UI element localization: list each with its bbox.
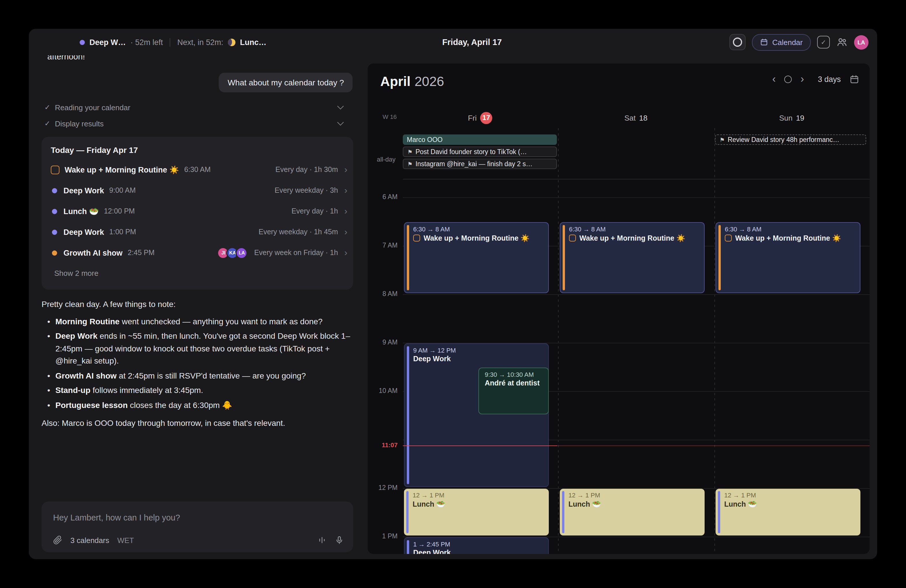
event-color-stripe (563, 225, 565, 290)
next-button[interactable]: › (801, 74, 804, 84)
event-checkbox-icon[interactable] (725, 234, 732, 242)
paperclip-icon (53, 535, 62, 545)
calendar-event[interactable]: 6:30 → 8 AMWake up + Morning Routine ☀️ (404, 222, 549, 293)
user-avatar[interactable]: LA (854, 35, 868, 49)
app-logo-icon[interactable] (729, 34, 746, 50)
top-bar-actions: Calendar ✓ LA (729, 29, 868, 56)
day-name: Sun (779, 113, 792, 122)
chat-input-card[interactable]: Hey Lambert, how can I help you? 3 calen… (41, 502, 353, 552)
chevron-right-icon[interactable]: › (344, 186, 348, 195)
app-window: Deep W… · 52m left Next, in 52m: Lunc… F… (29, 29, 877, 559)
flag-icon: ⚑ (407, 161, 413, 167)
agenda-title: Today — Friday Apr 17 (41, 137, 353, 159)
prev-button[interactable]: ‹ (772, 74, 775, 84)
todo-checkbox-icon[interactable] (51, 165, 59, 174)
agenda-item[interactable]: Growth AI show2:45 PMJIKALAEvery week on… (41, 242, 353, 263)
next-event-label: Next, in 52m: (177, 38, 223, 46)
event-title: Lunch 🥗 (413, 500, 544, 508)
tasks-button[interactable]: ✓ (817, 36, 830, 48)
check-icon: ✓ (45, 103, 50, 112)
agenda-item-recurrence: Every week on Friday · 1h (254, 249, 338, 257)
view-switcher-button[interactable] (849, 74, 859, 84)
user-message-bubble: What about my calendar today ? (219, 73, 353, 92)
bullet-bold: Growth AI show (56, 371, 116, 380)
waveform-button[interactable] (317, 535, 327, 545)
summary-bullets: •Morning Routine went unchecked — anythi… (41, 316, 353, 411)
divider (170, 38, 171, 46)
calendar-event[interactable]: 6:30 → 8 AMWake up + Morning Routine ☀️ (716, 222, 860, 293)
agenda-item[interactable]: Deep Work9:00 AMEvery weekday · 3h› (41, 180, 353, 201)
event-checkbox-icon[interactable] (413, 234, 420, 242)
calendar-icon (760, 38, 768, 46)
calendar-event[interactable]: 6:30 → 8 AMWake up + Morning Routine ☀️ (560, 222, 705, 293)
allday-event-title: Review David story 48h performanc… (728, 136, 839, 143)
event-color-stripe (407, 225, 409, 290)
agenda-item[interactable]: Deep Work1:00 PMEvery weekday · 1h 45m› (41, 221, 353, 242)
calendar-event[interactable]: 12 → 1 PMLunch 🥗 (716, 489, 860, 535)
allday-separator (403, 179, 869, 180)
current-event-title: Deep W… (89, 38, 126, 46)
summary-footnote: Also: Marco is OOO today through tomorro… (41, 417, 353, 430)
agenda-item-time: 2:45 PM (128, 249, 155, 257)
calendar-event[interactable]: 9:30 → 10:30 AMAndré at dentist (479, 368, 549, 414)
agent-step[interactable]: ✓Display results (45, 115, 353, 132)
hour-label: 1 PM (370, 532, 397, 540)
agent-step[interactable]: ✓Reading your calendar (45, 99, 353, 115)
event-color-stripe (562, 491, 565, 533)
chat-input[interactable]: Hey Lambert, how can I help you? (41, 502, 353, 522)
calendars-selector[interactable]: 3 calendars (70, 536, 109, 545)
calendar-event[interactable]: 12 → 1 PMLunch 🥗 (560, 489, 705, 535)
today-button[interactable] (784, 75, 792, 83)
event-dot-icon (52, 229, 57, 234)
bullet-bold: Portuguese lesson (56, 400, 128, 410)
calendar-view-button[interactable]: Calendar (752, 34, 811, 51)
summary-bullet: •Growth AI show at 2:45pm is still RSVP'… (41, 370, 353, 382)
avatar: LA (236, 247, 248, 259)
agenda-item[interactable]: Lunch 🥗12:00 PMEvery day · 1h› (41, 201, 353, 221)
chevron-down-icon[interactable] (337, 103, 344, 110)
bullet-dot: • (47, 399, 56, 411)
view-range-label[interactable]: 3 days (818, 75, 841, 83)
allday-event-title: Instagram @hire_kai — finish day 2 s… (415, 161, 533, 167)
chevron-down-icon[interactable] (337, 119, 344, 126)
bullet-text: Growth AI show at 2:45pm is still RSVP'd… (56, 370, 353, 382)
current-event-status[interactable]: Deep W… · 52m left Next, in 52m: Lunc… (80, 29, 266, 56)
allday-label: all-day (377, 156, 396, 163)
timezone-selector[interactable]: WET (117, 536, 134, 545)
calendar-nav: ‹ › 3 days (772, 74, 859, 84)
day-header[interactable]: Sun19 (751, 111, 832, 124)
hour-gridline (403, 198, 869, 198)
attach-button[interactable] (53, 535, 62, 545)
calendar-header: April2026 ‹ › 3 days (368, 64, 869, 99)
allday-event[interactable]: Marco OOO (403, 134, 557, 145)
agenda-item-recurrence: Every day · 1h 30m (276, 166, 338, 174)
assistant-panel: afternoon! What about my calendar today … (41, 29, 353, 559)
hour-label: 9 AM (370, 339, 397, 346)
people-icon (836, 37, 848, 48)
show-more-button[interactable]: Show 2 more (41, 263, 353, 277)
day-separator (558, 128, 558, 554)
day-header[interactable]: Sat18 (595, 111, 676, 124)
summary-bullet: •Stand-up follows immediately at 3:45pm. (41, 384, 353, 397)
chevron-right-icon[interactable]: › (344, 248, 348, 257)
event-color-stripe (407, 540, 409, 554)
mic-button[interactable] (335, 535, 344, 545)
event-checkbox-icon[interactable] (569, 234, 576, 242)
event-time: 1 → 2:45 PM (413, 541, 544, 548)
calendar-event[interactable]: 9 AM → 12 PMDeep Work (404, 343, 549, 487)
agenda-item[interactable]: Wake up + Morning Routine ☀️6:30 AMEvery… (41, 159, 353, 180)
calendar-event[interactable]: 1 → 2:45 PMDeep Work (404, 537, 549, 554)
people-button[interactable] (836, 37, 848, 48)
event-time: 6:30 → 8 AM (569, 226, 699, 233)
allday-event[interactable]: ⚑Instagram @hire_kai — finish day 2 s… (403, 159, 557, 169)
allday-event[interactable]: ⚑Review David story 48h performanc… (715, 134, 866, 145)
allday-event[interactable]: ⚑Post David founder story to TikTok (… (403, 147, 557, 157)
agenda-item-recurrence: Every weekday · 3h (275, 186, 338, 194)
day-header[interactable]: Fri17 (440, 111, 520, 124)
chevron-right-icon[interactable]: › (344, 227, 348, 237)
hour-label: 7 AM (370, 242, 397, 249)
chevron-right-icon[interactable]: › (344, 207, 348, 216)
assistant-summary: Pretty clean day. A few things to note: … (41, 298, 353, 430)
chevron-right-icon[interactable]: › (344, 165, 348, 174)
calendar-event[interactable]: 12 → 1 PMLunch 🥗 (404, 489, 549, 535)
